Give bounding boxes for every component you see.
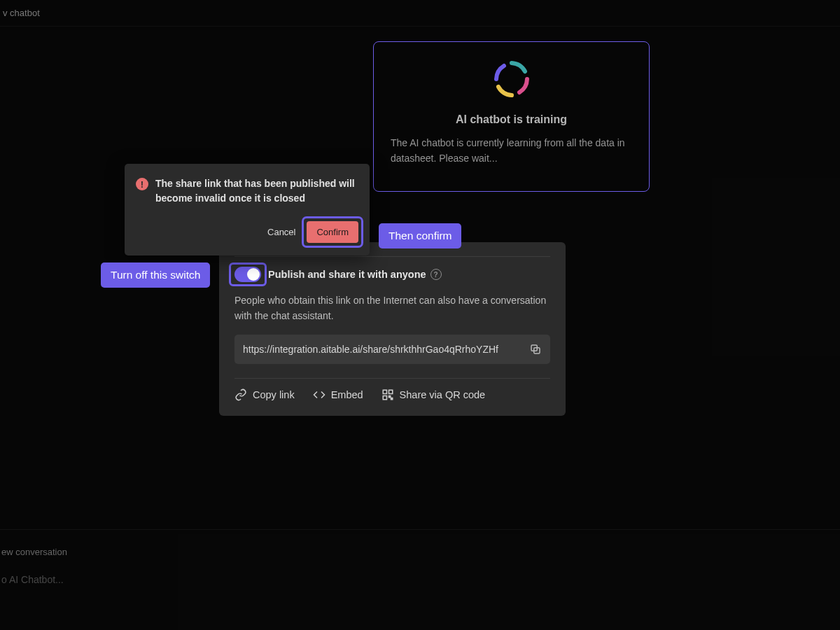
page-title: v chatbot	[0, 8, 40, 18]
share-panel: Publish and share it with anyone ? Peopl…	[219, 242, 566, 416]
new-conversation-button[interactable]: ew conversation	[1, 547, 840, 557]
toggle-knob	[247, 268, 260, 281]
publish-toggle-label: Publish and share it with anyone ?	[268, 269, 442, 280]
training-card: AI chatbot is training The AI chatbot is…	[373, 41, 650, 192]
svg-rect-2	[383, 391, 386, 394]
chat-input[interactable]: o AI Chatbot...	[1, 574, 840, 585]
svg-rect-4	[383, 396, 386, 400]
confirm-dialog: ! The share link that has been published…	[125, 164, 370, 255]
copy-link-label: Copy link	[253, 389, 295, 400]
copy-link-button[interactable]: Copy link	[234, 388, 295, 401]
training-title: AI chatbot is training	[391, 113, 632, 126]
share-link-text: https://integration.aitable.ai/share/shr…	[243, 344, 498, 355]
share-qr-button[interactable]: Share via QR code	[382, 388, 486, 401]
divider	[234, 256, 550, 257]
code-icon	[313, 388, 326, 401]
annotation-hint-switch: Turn off this switch	[101, 262, 210, 288]
divider	[234, 378, 550, 379]
share-qr-label: Share via QR code	[400, 389, 486, 400]
share-actions: Copy link Embed Share via Q	[234, 388, 550, 401]
embed-button[interactable]: Embed	[313, 388, 363, 401]
svg-rect-6	[391, 398, 392, 400]
annotation-hint-confirm: Then confirm	[379, 223, 461, 248]
copy-icon[interactable]	[529, 343, 542, 356]
help-icon[interactable]: ?	[430, 269, 442, 280]
link-icon	[234, 388, 247, 401]
cancel-button[interactable]: Cancel	[267, 227, 295, 237]
share-description: People who obtain this link on the Inter…	[234, 293, 550, 323]
share-link-box: https://integration.aitable.ai/share/shr…	[234, 335, 550, 364]
training-description: The AI chatbot is currently learning fro…	[391, 136, 632, 166]
embed-label: Embed	[331, 389, 363, 400]
topbar: v chatbot	[0, 0, 840, 27]
publish-toggle[interactable]	[234, 267, 261, 282]
bottom-bar: ew conversation o AI Chatbot...	[0, 529, 840, 630]
warning-icon: !	[136, 178, 148, 190]
qr-icon	[382, 388, 394, 401]
dialog-message: The share link that has been published w…	[155, 176, 358, 206]
svg-rect-5	[388, 396, 390, 398]
publish-toggle-row: Publish and share it with anyone ?	[234, 267, 550, 282]
toggle-label-text: Publish and share it with anyone	[268, 269, 426, 280]
spinner-icon	[493, 60, 531, 98]
confirm-button[interactable]: Confirm	[307, 221, 358, 243]
svg-rect-3	[388, 391, 392, 394]
